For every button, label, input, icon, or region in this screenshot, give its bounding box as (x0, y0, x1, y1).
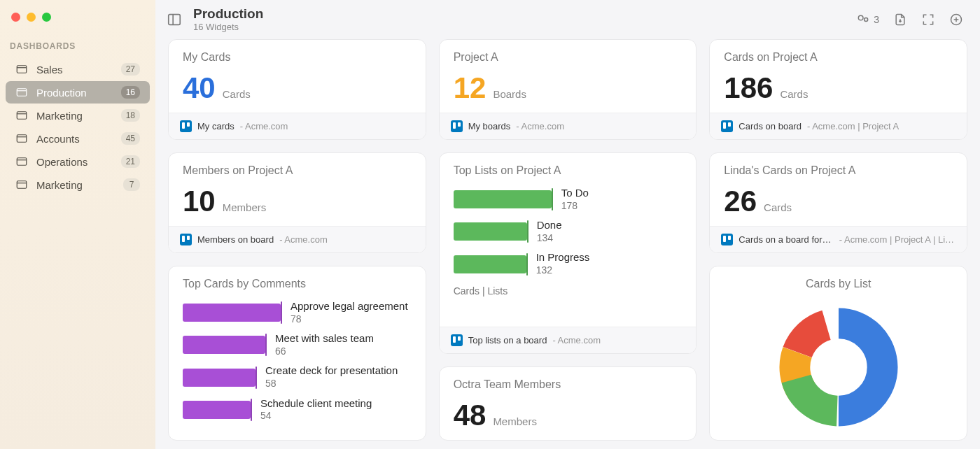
bar-row: Create deck for presentation58 (183, 364, 412, 390)
expand-icon (921, 13, 935, 27)
widget-title: Cards on Project A (724, 51, 953, 64)
bar-fill (454, 190, 552, 208)
trello-icon (721, 234, 733, 245)
metric-value: 48 (454, 401, 486, 430)
sidebar-item-count: 16 (121, 86, 140, 99)
widget-title: Project A (454, 51, 682, 64)
fullscreen-button[interactable] (921, 13, 935, 27)
presence-button[interactable]: 3 (856, 13, 879, 27)
metric-unit: Members (223, 201, 267, 213)
sidebar-item-marketing[interactable]: Marketing 18 (6, 104, 150, 127)
sidebar-item-operations[interactable]: Operations 21 (6, 150, 150, 173)
bar-row: To Do178 (454, 187, 682, 212)
sidebar-item-label: Accounts (36, 133, 113, 145)
sidebar-item-production[interactable]: Production 16 (6, 81, 150, 104)
bar-row: Schedule client meeting54 (183, 397, 412, 422)
svg-rect-4 (17, 112, 27, 120)
bar-label: Approve legal agreement (290, 300, 408, 313)
sidebar-item-count: 45 (121, 132, 140, 145)
widget-my-cards[interactable]: My Cards 40 Cards My cards - Acme.com (168, 39, 426, 140)
plus-circle-icon (949, 13, 963, 27)
svg-rect-6 (17, 135, 27, 143)
sidebar: DASHBOARDS Sales 27 Production 16 Market… (0, 0, 155, 449)
widget-top-cards-by-comments[interactable]: Top Cards by Comments Approve legal agre… (168, 266, 426, 441)
widget-title: Linda's Cards on Project A (724, 164, 953, 177)
trello-icon (180, 234, 192, 245)
sidebar-item-count: 7 (123, 178, 140, 191)
add-widget-button[interactable] (949, 13, 963, 27)
page-subtitle: 16 Widgets (193, 22, 845, 32)
dashboard-icon (15, 109, 28, 122)
bar-value: 66 (275, 345, 374, 358)
trello-icon (721, 120, 733, 132)
panel-toggle-icon[interactable] (167, 12, 182, 27)
bar-value: 178 (561, 200, 589, 213)
sidebar-item-label: Sales (36, 64, 113, 76)
trello-icon (451, 120, 463, 132)
widget-project-a[interactable]: Project A 12 Boards My boards - Acme.com (439, 39, 697, 140)
bar-row: Done134 (454, 219, 682, 244)
bar-value: 58 (265, 378, 398, 390)
widget-title: Octra Team Members (454, 378, 682, 391)
metric-unit: Boards (493, 88, 526, 100)
metric-unit: Members (493, 415, 537, 427)
widget-title: Cards by List (724, 278, 953, 290)
bar-fill (183, 401, 251, 419)
metric-value: 10 (183, 187, 216, 216)
widget-members-on-project-a[interactable]: Members on Project A 10 Members Members … (168, 152, 426, 253)
trello-icon (180, 120, 192, 132)
widget-cards-on-project-a[interactable]: Cards on Project A 186 Cards Cards on bo… (709, 39, 967, 140)
metric-value: 26 (724, 187, 757, 216)
bar-row: Approve legal agreement78 (183, 300, 412, 325)
bar-value: 78 (290, 313, 408, 326)
widget-title: Members on Project A (183, 164, 412, 177)
sidebar-item-label: Marketing (36, 179, 115, 191)
metric-value: 40 (183, 73, 216, 103)
svg-rect-10 (17, 181, 27, 189)
sidebar-item-count: 21 (121, 155, 140, 168)
window-controls (0, 8, 155, 38)
svg-rect-12 (169, 15, 181, 25)
bar-value: 134 (537, 232, 562, 245)
main-area: Production 16 Widgets 3 My Cards (155, 0, 980, 449)
bar-value: 132 (536, 264, 590, 277)
bar-label: Schedule client meeting (260, 397, 372, 411)
export-button[interactable] (893, 13, 907, 27)
widget-title: My Cards (183, 51, 412, 64)
zoom-icon[interactable] (42, 13, 51, 22)
sidebar-item-accounts[interactable]: Accounts 45 (6, 127, 150, 150)
dashboard-icon (15, 86, 28, 99)
widget-cards-by-list[interactable]: Cards by List (709, 266, 967, 441)
svg-point-14 (859, 15, 864, 20)
dashboard-icon (15, 178, 28, 191)
bar-fill (183, 336, 265, 354)
donut-chart (758, 304, 919, 430)
metric-value: 186 (724, 73, 773, 103)
bar-label: Meet with sales team (275, 332, 374, 345)
topbar: Production 16 Widgets 3 (155, 0, 980, 39)
bar-label: To Do (561, 187, 589, 200)
svg-rect-8 (17, 158, 27, 166)
widget-title: Top Cards by Comments (183, 278, 412, 290)
document-download-icon (893, 13, 907, 27)
widget-lindas-cards[interactable]: Linda's Cards on Project A 26 Cards Card… (709, 152, 967, 253)
sidebar-item-marketing[interactable]: Marketing 7 (6, 173, 150, 196)
sidebar-heading: DASHBOARDS (0, 38, 155, 57)
bar-fill (183, 304, 281, 322)
dashboard-icon (15, 132, 28, 145)
close-icon[interactable] (11, 13, 20, 22)
bar-value: 54 (260, 410, 372, 422)
widget-top-lists[interactable]: Top Lists on Project A To Do178 Done134 … (439, 152, 697, 354)
widget-octra-members[interactable]: Octra Team Members 48 Members (439, 366, 697, 441)
widget-title: Top Lists on Project A (454, 164, 682, 177)
sidebar-item-sales[interactable]: Sales 27 (6, 58, 150, 80)
bar-row: Meet with sales team66 (183, 332, 412, 357)
chart-axis-links[interactable]: Cards | Lists (454, 277, 682, 297)
sidebar-item-count: 27 (121, 63, 140, 76)
minimize-icon[interactable] (27, 13, 36, 22)
sidebar-item-label: Marketing (36, 110, 113, 122)
bar-fill (454, 222, 527, 241)
sidebar-item-count: 18 (121, 109, 140, 122)
bar-row: In Progress132 (454, 251, 682, 276)
bar-label: Create deck for presentation (265, 364, 398, 378)
